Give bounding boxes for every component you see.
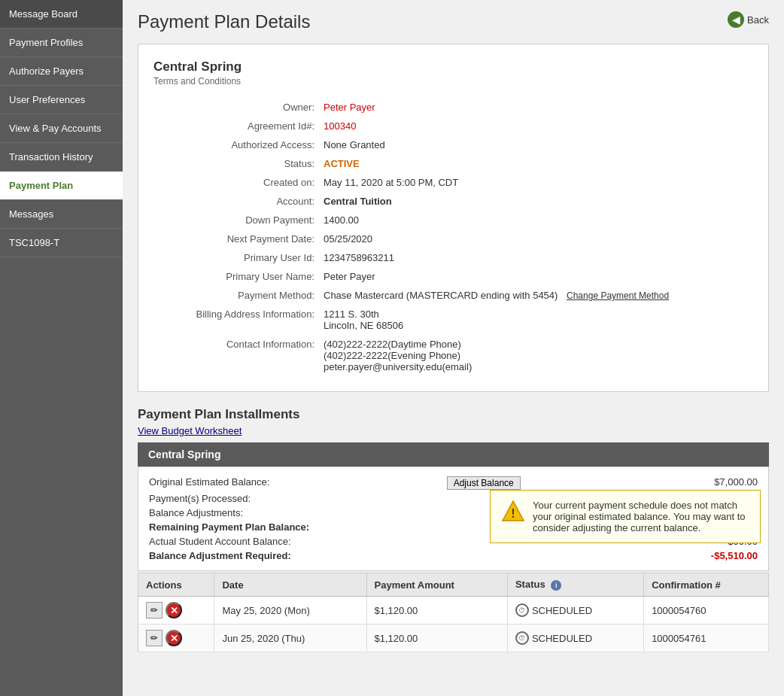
warning-icon: ! — [501, 500, 525, 524]
owner-value[interactable]: Peter Payer — [324, 102, 375, 113]
page-header: Payment Plan Details ◀ Back — [138, 11, 769, 32]
col-confirmation: Confirmation # — [644, 573, 769, 597]
balance-row: Balance Adjustment Required:-$5,510.00 — [149, 549, 758, 563]
billing-address-value: 1211 S. 30th Lincoln, NE 68506 — [319, 305, 753, 335]
status-cell: ⏱ SCHEDULED — [507, 597, 643, 625]
back-icon: ◀ — [728, 11, 744, 28]
status-cell: ⏱ SCHEDULED — [507, 625, 643, 652]
balance-row-label: Balance Adjustment Required: — [149, 550, 291, 561]
col-actions: Actions — [138, 573, 214, 597]
section-title: Central Spring — [153, 59, 753, 74]
sidebar: Message BoardPayment ProfilesAuthorize P… — [0, 0, 123, 696]
contact-info-value: (402)222-2222(Daytime Phone) (402)222-22… — [319, 335, 753, 376]
payment-method-label: Payment Method: — [153, 286, 319, 305]
billing-address-label: Billing Address Information: — [153, 305, 319, 335]
sidebar-item-transaction-history[interactable]: Transaction History — [0, 143, 123, 172]
balance-section: Original Estimated Balance:Adjust Balanc… — [138, 467, 769, 571]
balance-row-label: Original Estimated Balance: — [149, 476, 269, 490]
balance-row-value: $7,000.00 — [690, 476, 758, 490]
confirmation-cell: 1000054760 — [644, 597, 769, 625]
payment-method-row: Payment Method: Chase Mastercard (MASTER… — [153, 286, 753, 305]
status-value: SCHEDULED — [532, 633, 592, 644]
amount-cell: $1,120.00 — [366, 625, 507, 652]
authorized-access-label: Authorized Access: — [153, 135, 319, 154]
installments-table: Actions Date Payment Amount Status i Con… — [138, 573, 769, 652]
balance-row-value: -$5,510.00 — [690, 550, 758, 561]
edit-button[interactable]: ✏ — [146, 630, 163, 646]
account-row: Account: Central Tuition — [153, 192, 753, 211]
edit-button[interactable]: ✏ — [146, 602, 163, 618]
owner-row: Owner: Peter Payer — [153, 98, 753, 117]
status-info-icon[interactable]: i — [551, 580, 561, 591]
sidebar-item-message-board[interactable]: Message Board — [0, 0, 123, 29]
sidebar-item-view-pay-accounts[interactable]: View & Pay Accounts — [0, 114, 123, 143]
status-clock-icon: ⏱ — [515, 603, 529, 617]
col-status: Status i — [507, 573, 643, 597]
balance-row-label: Balance Adjustments: — [149, 507, 243, 518]
contact-phone2: (402)222-2222(Evening Phone) — [324, 350, 460, 361]
contact-email: peter.payer@university.edu(email) — [324, 361, 472, 372]
table-row: ✏ ✕ May 25, 2020 (Mon)$1,120.00 ⏱ SCHEDU… — [138, 597, 769, 625]
col-payment-amount: Payment Amount — [366, 573, 507, 597]
next-payment-label: Next Payment Date: — [153, 229, 319, 248]
adjust-balance-button[interactable]: Adjust Balance — [447, 476, 521, 490]
agreement-value[interactable]: 100340 — [324, 120, 356, 132]
page-title: Payment Plan Details — [138, 11, 310, 32]
sidebar-item-user-preferences[interactable]: User Preferences — [0, 86, 123, 114]
billing-address-line2: Lincoln, NE 68506 — [324, 320, 403, 331]
details-table: Owner: Peter Payer Agreement Id#: 100340… — [153, 98, 753, 376]
installments-title: Payment Plan Installments — [138, 407, 769, 422]
contact-phone1: (402)222-2222(Daytime Phone) — [324, 339, 461, 350]
account-value: Central Tuition — [319, 192, 753, 211]
amount-cell: $1,120.00 — [366, 597, 507, 625]
contact-info-label: Contact Information: — [153, 335, 319, 376]
account-label: Account: — [153, 192, 319, 211]
section-subtitle: Terms and Conditions — [153, 76, 753, 87]
back-button[interactable]: ◀ Back — [728, 11, 769, 28]
sidebar-item-payment-profiles[interactable]: Payment Profiles — [0, 29, 123, 57]
date-cell: May 25, 2020 (Mon) — [214, 597, 366, 625]
created-on-label: Created on: — [153, 173, 319, 192]
sidebar-item-authorize-payers[interactable]: Authorize Payers — [0, 57, 123, 86]
details-card: Central Spring Terms and Conditions Owne… — [138, 44, 769, 392]
balance-row-label: Payment(s) Processed: — [149, 493, 251, 504]
contact-info-row: Contact Information: (402)222-2222(Dayti… — [153, 335, 753, 376]
confirmation-cell: 1000054761 — [644, 625, 769, 652]
sidebar-item-payment-plan[interactable]: Payment Plan — [0, 172, 123, 200]
owner-label: Owner: — [153, 98, 319, 117]
primary-user-id-value: 1234758963211 — [319, 248, 753, 267]
action-cell: ✏ ✕ — [138, 625, 214, 652]
primary-user-name-value: Peter Payer — [319, 267, 753, 286]
primary-user-id-row: Primary User Id: 1234758963211 — [153, 248, 753, 267]
billing-address-line1: 1211 S. 30th — [324, 308, 379, 320]
status-row: Status: ACTIVE — [153, 154, 753, 173]
table-header-row: Actions Date Payment Amount Status i Con… — [138, 573, 769, 597]
primary-user-id-label: Primary User Id: — [153, 248, 319, 267]
budget-worksheet-link[interactable]: View Budget Worksheet — [138, 425, 242, 436]
next-payment-row: Next Payment Date: 05/25/2020 — [153, 229, 753, 248]
warning-text: Your current payment schedule does not m… — [533, 500, 749, 533]
installments-section: Payment Plan Installments View Budget Wo… — [138, 407, 769, 652]
down-payment-row: Down Payment: 1400.00 — [153, 211, 753, 229]
agreement-row: Agreement Id#: 100340 — [153, 117, 753, 135]
payment-method-value: Chase Mastercard (MASTERCARD ending with… — [324, 290, 558, 301]
delete-button[interactable]: ✕ — [166, 630, 182, 646]
sidebar-item-messages[interactable]: Messages — [0, 200, 123, 229]
sidebar-item-tsc1098-t[interactable]: TSC1098-T — [0, 229, 123, 257]
next-payment-value: 05/25/2020 — [319, 229, 753, 248]
created-on-value: May 11, 2020 at 5:00 PM, CDT — [319, 173, 753, 192]
balance-row-label: Remaining Payment Plan Balance: — [149, 521, 309, 533]
delete-button[interactable]: ✕ — [166, 602, 182, 618]
table-row: ✏ ✕ Jun 25, 2020 (Thu)$1,120.00 ⏱ SCHEDU… — [138, 625, 769, 652]
agreement-label: Agreement Id#: — [153, 117, 319, 135]
down-payment-value: 1400.00 — [319, 211, 753, 229]
status-label: Status: — [153, 154, 319, 173]
change-payment-method-link[interactable]: Change Payment Method — [567, 290, 669, 301]
status-value: SCHEDULED — [532, 605, 592, 616]
billing-address-row: Billing Address Information: 1211 S. 30t… — [153, 305, 753, 335]
primary-user-name-row: Primary User Name: Peter Payer — [153, 267, 753, 286]
balance-row-label: Actual Student Account Balance: — [149, 536, 291, 547]
plan-header-bar: Central Spring — [138, 442, 769, 467]
svg-text:!: ! — [511, 507, 515, 520]
status-clock-icon: ⏱ — [515, 631, 529, 645]
